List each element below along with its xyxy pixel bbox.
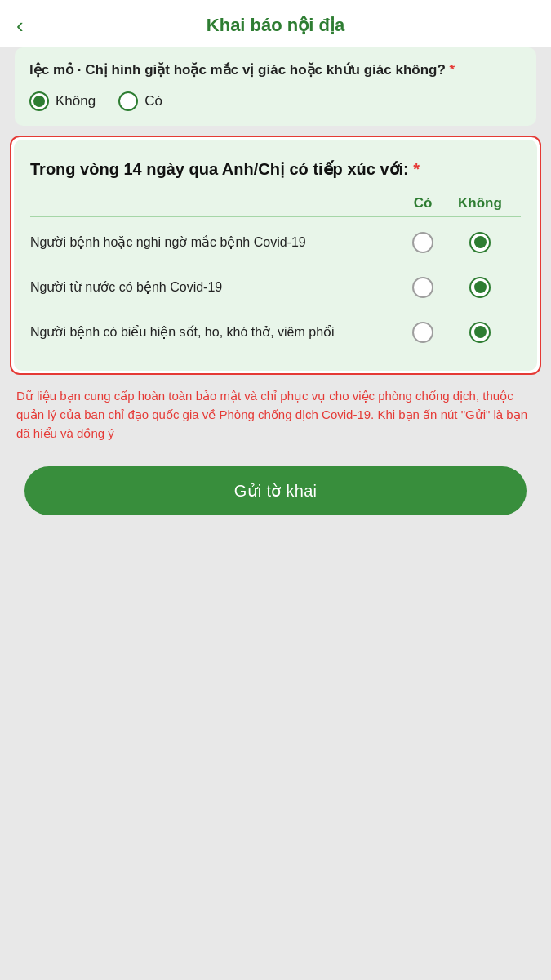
main-required-marker: * (413, 160, 420, 178)
row-label-2: Người từ nước có bệnh Covid-19 (30, 278, 398, 296)
main-question-card-wrapper: Trong vòng 14 ngày qua Anh/Chị có tiếp x… (10, 136, 541, 375)
row-2-co-radio[interactable] (412, 277, 433, 298)
row-radios-1 (398, 232, 513, 253)
row-1-khong-radio[interactable] (469, 232, 491, 253)
table-row: Người từ nước có bệnh Covid-19 (30, 265, 521, 310)
table-row: Người bệnh hoặc nghi ngờ mắc bệnh Covid-… (30, 220, 521, 265)
col-header-co: Có (398, 195, 447, 212)
prev-question-card: lệc mỏ · Chị hình giặt hoặc mắc vị giác … (15, 47, 536, 126)
radio-co-circle[interactable] (118, 91, 138, 111)
page-title: Khai báo nội địa (207, 15, 344, 36)
col-header-khong: Không (447, 195, 513, 212)
row-radios-2 (398, 277, 513, 298)
prev-radio-co[interactable]: Có (118, 91, 162, 111)
back-button[interactable]: ‹ (16, 13, 24, 38)
row-3-khong-wrapper[interactable] (447, 322, 513, 343)
row-1-co-radio[interactable] (412, 232, 433, 253)
main-question-text: Trong vòng 14 ngày qua Anh/Chị có tiếp x… (30, 158, 521, 180)
row-2-khong-radio[interactable] (469, 277, 491, 298)
row-3-khong-radio[interactable] (469, 322, 491, 343)
row-label-1: Người bệnh hoặc nghi ngờ mắc bệnh Covid-… (30, 234, 398, 252)
prev-label-co: Có (144, 93, 162, 109)
main-question-card: Trong vòng 14 ngày qua Anh/Chị có tiếp x… (14, 140, 537, 371)
row-1-co-wrapper[interactable] (398, 232, 447, 253)
radio-khong-circle[interactable] (29, 91, 49, 111)
required-marker: * (450, 62, 455, 78)
row-3-co-wrapper[interactable] (398, 322, 447, 343)
row-1-khong-wrapper[interactable] (447, 232, 513, 253)
submit-area: Gửi tờ khai (0, 458, 551, 540)
row-2-co-wrapper[interactable] (398, 277, 447, 298)
table-header: Có Không (30, 195, 521, 217)
prev-question-text: lệc mỏ · Chị hình giặt hoặc mắc vị giác … (29, 60, 522, 80)
prev-radio-group: Không Có (29, 91, 522, 111)
table-row: Người bệnh có biểu hiện sốt, ho, khó thở… (30, 310, 521, 354)
header: ‹ Khai báo nội địa (0, 0, 551, 47)
prev-label-khong: Không (56, 93, 96, 109)
row-3-co-radio[interactable] (412, 322, 433, 343)
row-2-khong-wrapper[interactable] (447, 277, 513, 298)
row-radios-3 (398, 322, 513, 343)
submit-button[interactable]: Gửi tờ khai (24, 466, 527, 515)
privacy-text: Dữ liệu bạn cung cấp hoàn toàn bảo mật v… (16, 386, 535, 443)
prev-radio-khong[interactable]: Không (29, 91, 96, 111)
row-label-3: Người bệnh có biểu hiện sốt, ho, khó thở… (30, 323, 398, 341)
